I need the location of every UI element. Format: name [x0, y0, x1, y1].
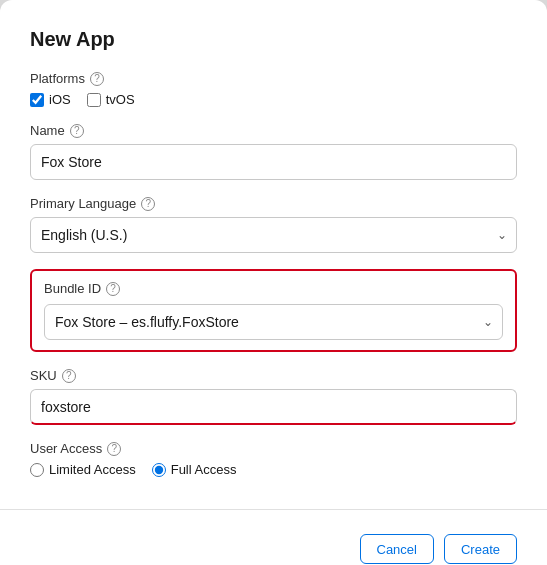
sku-input[interactable] — [30, 389, 517, 425]
name-input[interactable] — [30, 144, 517, 180]
bundle-id-select-wrapper: Fox Store – es.fluffy.FoxStore ⌄ — [44, 304, 503, 340]
name-help-icon[interactable]: ? — [70, 124, 84, 138]
user-access-field: User Access ? Limited Access Full Access — [30, 441, 517, 477]
new-app-modal: New App Platforms ? iOS tvOS Name ? Prim… — [0, 0, 547, 565]
primary-language-label: Primary Language ? — [30, 196, 517, 211]
limited-access-radio[interactable] — [30, 463, 44, 477]
cancel-button[interactable]: Cancel — [360, 534, 434, 564]
ios-checkbox[interactable] — [30, 93, 44, 107]
platforms-help-icon[interactable]: ? — [90, 72, 104, 86]
platforms-label: Platforms ? — [30, 71, 517, 86]
user-access-radio-row: Limited Access Full Access — [30, 462, 517, 477]
tvos-checkbox[interactable] — [87, 93, 101, 107]
name-label: Name ? — [30, 123, 517, 138]
platforms-row: iOS tvOS — [30, 92, 517, 107]
primary-language-help-icon[interactable]: ? — [141, 197, 155, 211]
sku-help-icon[interactable]: ? — [62, 369, 76, 383]
sku-label: SKU ? — [30, 368, 517, 383]
bundle-id-select[interactable]: Fox Store – es.fluffy.FoxStore — [44, 304, 503, 340]
limited-access-radio-label[interactable]: Limited Access — [30, 462, 136, 477]
primary-language-select-wrapper: English (U.S.) Spanish French German ⌄ — [30, 217, 517, 253]
user-access-help-icon[interactable]: ? — [107, 442, 121, 456]
user-access-label: User Access ? — [30, 441, 517, 456]
bundle-id-field: Bundle ID ? Fox Store – es.fluffy.FoxSto… — [30, 269, 517, 352]
create-button[interactable]: Create — [444, 534, 517, 564]
primary-language-field: Primary Language ? English (U.S.) Spanis… — [30, 196, 517, 253]
platforms-field: Platforms ? iOS tvOS — [30, 71, 517, 107]
primary-language-select[interactable]: English (U.S.) Spanish French German — [30, 217, 517, 253]
ios-checkbox-label[interactable]: iOS — [30, 92, 71, 107]
modal-title: New App — [30, 28, 517, 51]
tvos-checkbox-label[interactable]: tvOS — [87, 92, 135, 107]
sku-field: SKU ? — [30, 368, 517, 425]
name-field: Name ? — [30, 123, 517, 180]
bundle-id-label: Bundle ID ? — [44, 281, 503, 296]
full-access-radio[interactable] — [152, 463, 166, 477]
footer-buttons: Cancel Create — [30, 510, 517, 564]
full-access-radio-label[interactable]: Full Access — [152, 462, 237, 477]
bundle-id-help-icon[interactable]: ? — [106, 282, 120, 296]
